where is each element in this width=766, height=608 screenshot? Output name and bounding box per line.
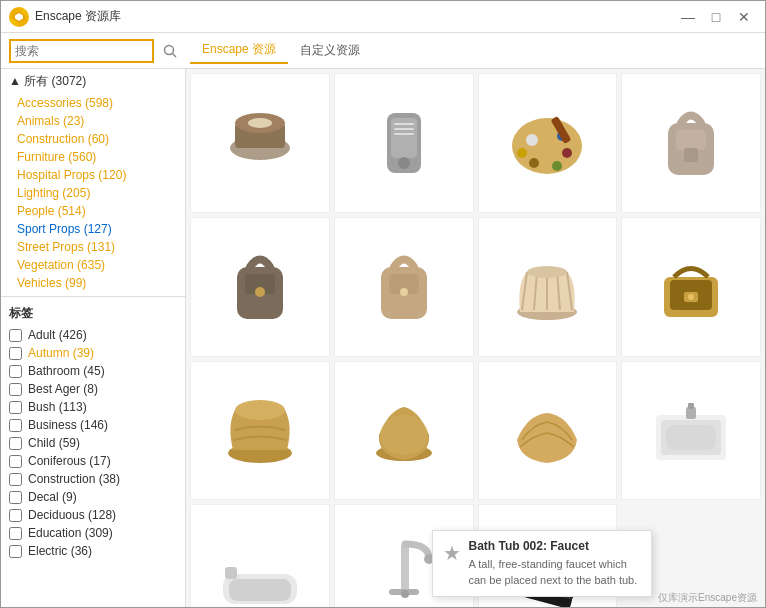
maximize-button[interactable]: □ xyxy=(703,7,729,27)
content-area: ▲ 所有 (3072) Accessories (598)Animals (23… xyxy=(1,69,765,607)
tab-enscape[interactable]: Enscape 资源 xyxy=(190,37,288,64)
sidebar-category-item[interactable]: Vegetation (635) xyxy=(1,256,185,274)
svg-point-37 xyxy=(527,266,567,278)
svg-point-56 xyxy=(401,590,409,598)
tag-item[interactable]: Education (309) xyxy=(1,524,185,542)
tags-header: 标签 xyxy=(1,301,185,326)
svg-point-16 xyxy=(517,148,527,158)
tag-item[interactable]: Deciduous (128) xyxy=(1,506,185,524)
svg-point-17 xyxy=(529,158,539,168)
svg-point-43 xyxy=(235,400,285,420)
grid-item[interactable] xyxy=(190,361,330,501)
tag-item[interactable]: Business (146) xyxy=(1,416,185,434)
category-tree: Accessories (598)Animals (23)Constructio… xyxy=(1,94,185,292)
search-icon-button[interactable] xyxy=(158,39,182,63)
grid-item[interactable] xyxy=(334,73,474,213)
svg-rect-52 xyxy=(229,579,291,601)
tag-item[interactable]: Autumn (39) xyxy=(1,344,185,362)
search-box[interactable] xyxy=(9,39,154,63)
grid-item[interactable] xyxy=(190,73,330,213)
tooltip-title: Bath Tub 002: Faucet xyxy=(469,539,641,553)
category-section: ▲ 所有 (3072) Accessories (598)Animals (23… xyxy=(1,69,185,292)
svg-point-14 xyxy=(512,118,582,174)
svg-point-7 xyxy=(248,118,272,128)
tab-buttons: Enscape 资源 自定义资源 xyxy=(190,37,372,64)
sidebar-category-item[interactable]: Street Props (131) xyxy=(1,238,185,256)
sidebar-category-item[interactable]: Furniture (560) xyxy=(1,148,185,166)
sidebar-category-item[interactable]: People (514) xyxy=(1,202,185,220)
svg-rect-12 xyxy=(394,128,414,130)
minimize-button[interactable]: — xyxy=(675,7,701,27)
sidebar-category-item[interactable]: Vehicles (99) xyxy=(1,274,185,292)
sidebar-category-item[interactable]: Lighting (205) xyxy=(1,184,185,202)
all-categories-header[interactable]: ▲ 所有 (3072) xyxy=(1,69,185,94)
search-input[interactable] xyxy=(15,44,148,58)
svg-rect-23 xyxy=(676,130,706,150)
close-button[interactable]: ✕ xyxy=(731,7,757,27)
svg-point-15 xyxy=(526,134,538,146)
title-controls: — □ ✕ xyxy=(675,7,757,27)
tag-item[interactable]: Bathroom (45) xyxy=(1,362,185,380)
grid-item[interactable] xyxy=(334,217,474,357)
grid-item[interactable] xyxy=(478,361,618,501)
grid-item[interactable] xyxy=(190,217,330,357)
tag-item[interactable]: Construction (38) xyxy=(1,470,185,488)
grid-item[interactable] xyxy=(334,361,474,501)
tag-list: Adult (426)Autumn (39)Bathroom (45)Best … xyxy=(1,326,185,607)
svg-point-30 xyxy=(400,288,408,296)
sidebar-category-item[interactable]: Sport Props (127) xyxy=(1,220,185,238)
tag-item[interactable]: Adult (426) xyxy=(1,326,185,344)
svg-rect-13 xyxy=(394,133,414,135)
svg-line-3 xyxy=(173,53,177,57)
grid-area: ★ Bath Tub 002: Faucet A tall, free-stan… xyxy=(186,69,765,607)
grid-item[interactable] xyxy=(478,73,618,213)
svg-point-45 xyxy=(380,415,428,455)
tab-custom[interactable]: 自定义资源 xyxy=(288,37,372,64)
sidebar-category-item[interactable]: Accessories (598) xyxy=(1,94,185,112)
svg-rect-48 xyxy=(666,425,716,450)
svg-rect-24 xyxy=(684,148,698,162)
tooltip-description: A tall, free-standing faucet which can b… xyxy=(469,557,641,588)
sidebar: ▲ 所有 (3072) Accessories (598)Animals (23… xyxy=(1,69,186,607)
main-window: Enscape 资源库 — □ ✕ Enscape 资源 自定义资源 xyxy=(0,0,766,608)
svg-rect-53 xyxy=(225,567,237,579)
title-label: Enscape 资源库 xyxy=(35,8,675,25)
sidebar-divider xyxy=(1,296,185,297)
grid-item[interactable] xyxy=(478,217,618,357)
svg-rect-54 xyxy=(401,544,409,594)
svg-point-41 xyxy=(688,294,694,300)
svg-point-19 xyxy=(562,148,572,158)
tag-item[interactable]: Coniferous (17) xyxy=(1,452,185,470)
svg-point-2 xyxy=(165,45,174,54)
tag-item[interactable]: Bush (113) xyxy=(1,398,185,416)
tag-item[interactable]: Decal (9) xyxy=(1,488,185,506)
tooltip-star-icon[interactable]: ★ xyxy=(443,541,461,588)
grid-item[interactable] xyxy=(621,361,761,501)
sidebar-category-item[interactable]: Hospital Props (120) xyxy=(1,166,185,184)
app-icon xyxy=(9,7,29,27)
sidebar-category-item[interactable]: Animals (23) xyxy=(1,112,185,130)
sidebar-category-item[interactable]: Construction (60) xyxy=(1,130,185,148)
title-bar: Enscape 资源库 — □ ✕ xyxy=(1,1,765,33)
grid-item[interactable] xyxy=(621,217,761,357)
svg-rect-50 xyxy=(688,403,694,409)
all-categories-label: ▲ 所有 (3072) xyxy=(9,73,86,90)
tag-item[interactable]: Child (59) xyxy=(1,434,185,452)
toolbar: Enscape 资源 自定义资源 xyxy=(1,33,765,69)
grid-item[interactable] xyxy=(621,73,761,213)
grid-item[interactable] xyxy=(190,504,330,607)
tooltip-content: Bath Tub 002: Faucet A tall, free-standi… xyxy=(469,539,641,588)
tag-item[interactable]: Electric (36) xyxy=(1,542,185,560)
svg-point-10 xyxy=(398,157,410,169)
tag-item[interactable]: Best Ager (8) xyxy=(1,380,185,398)
svg-point-27 xyxy=(255,287,265,297)
svg-point-18 xyxy=(552,161,562,171)
svg-rect-11 xyxy=(394,123,414,125)
tooltip-popup: ★ Bath Tub 002: Faucet A tall, free-stan… xyxy=(432,530,652,597)
asset-grid xyxy=(190,73,761,607)
